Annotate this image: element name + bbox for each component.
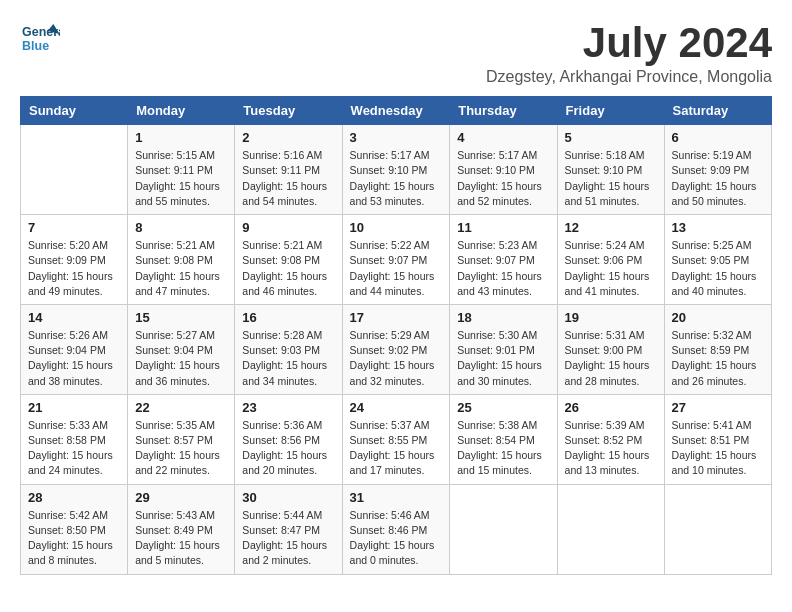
day-info: Sunrise: 5:19 AM Sunset: 9:09 PM Dayligh…: [672, 148, 764, 209]
calendar-cell: 28Sunrise: 5:42 AM Sunset: 8:50 PM Dayli…: [21, 484, 128, 574]
day-number: 26: [565, 400, 657, 415]
calendar-week-3: 14Sunrise: 5:26 AM Sunset: 9:04 PM Dayli…: [21, 304, 772, 394]
day-info: Sunrise: 5:38 AM Sunset: 8:54 PM Dayligh…: [457, 418, 549, 479]
calendar-table: Sunday Monday Tuesday Wednesday Thursday…: [20, 96, 772, 574]
calendar-cell: 4Sunrise: 5:17 AM Sunset: 9:10 PM Daylig…: [450, 125, 557, 215]
day-info: Sunrise: 5:21 AM Sunset: 9:08 PM Dayligh…: [242, 238, 334, 299]
day-info: Sunrise: 5:22 AM Sunset: 9:07 PM Dayligh…: [350, 238, 443, 299]
calendar-cell: 13Sunrise: 5:25 AM Sunset: 9:05 PM Dayli…: [664, 215, 771, 305]
calendar-cell: 21Sunrise: 5:33 AM Sunset: 8:58 PM Dayli…: [21, 394, 128, 484]
header-tuesday: Tuesday: [235, 97, 342, 125]
day-number: 9: [242, 220, 334, 235]
calendar-cell: 31Sunrise: 5:46 AM Sunset: 8:46 PM Dayli…: [342, 484, 450, 574]
day-info: Sunrise: 5:15 AM Sunset: 9:11 PM Dayligh…: [135, 148, 227, 209]
day-number: 22: [135, 400, 227, 415]
calendar-cell: 22Sunrise: 5:35 AM Sunset: 8:57 PM Dayli…: [128, 394, 235, 484]
day-info: Sunrise: 5:24 AM Sunset: 9:06 PM Dayligh…: [565, 238, 657, 299]
calendar-cell: 20Sunrise: 5:32 AM Sunset: 8:59 PM Dayli…: [664, 304, 771, 394]
calendar-week-4: 21Sunrise: 5:33 AM Sunset: 8:58 PM Dayli…: [21, 394, 772, 484]
calendar-cell: 12Sunrise: 5:24 AM Sunset: 9:06 PM Dayli…: [557, 215, 664, 305]
day-number: 7: [28, 220, 120, 235]
day-info: Sunrise: 5:23 AM Sunset: 9:07 PM Dayligh…: [457, 238, 549, 299]
day-info: Sunrise: 5:28 AM Sunset: 9:03 PM Dayligh…: [242, 328, 334, 389]
day-info: Sunrise: 5:44 AM Sunset: 8:47 PM Dayligh…: [242, 508, 334, 569]
day-number: 5: [565, 130, 657, 145]
day-number: 29: [135, 490, 227, 505]
calendar-week-1: 1Sunrise: 5:15 AM Sunset: 9:11 PM Daylig…: [21, 125, 772, 215]
day-number: 30: [242, 490, 334, 505]
logo-icon: General Blue: [20, 20, 60, 55]
calendar-cell: 14Sunrise: 5:26 AM Sunset: 9:04 PM Dayli…: [21, 304, 128, 394]
calendar-cell: 18Sunrise: 5:30 AM Sunset: 9:01 PM Dayli…: [450, 304, 557, 394]
day-number: 6: [672, 130, 764, 145]
day-info: Sunrise: 5:35 AM Sunset: 8:57 PM Dayligh…: [135, 418, 227, 479]
calendar-cell: 17Sunrise: 5:29 AM Sunset: 9:02 PM Dayli…: [342, 304, 450, 394]
logo: General Blue: [20, 20, 60, 55]
day-number: 10: [350, 220, 443, 235]
calendar-cell: 3Sunrise: 5:17 AM Sunset: 9:10 PM Daylig…: [342, 125, 450, 215]
day-number: 18: [457, 310, 549, 325]
day-info: Sunrise: 5:20 AM Sunset: 9:09 PM Dayligh…: [28, 238, 120, 299]
calendar-cell: 7Sunrise: 5:20 AM Sunset: 9:09 PM Daylig…: [21, 215, 128, 305]
day-info: Sunrise: 5:21 AM Sunset: 9:08 PM Dayligh…: [135, 238, 227, 299]
calendar-cell: 19Sunrise: 5:31 AM Sunset: 9:00 PM Dayli…: [557, 304, 664, 394]
calendar-cell: 29Sunrise: 5:43 AM Sunset: 8:49 PM Dayli…: [128, 484, 235, 574]
day-info: Sunrise: 5:33 AM Sunset: 8:58 PM Dayligh…: [28, 418, 120, 479]
day-number: 17: [350, 310, 443, 325]
day-info: Sunrise: 5:43 AM Sunset: 8:49 PM Dayligh…: [135, 508, 227, 569]
day-number: 24: [350, 400, 443, 415]
day-number: 23: [242, 400, 334, 415]
day-info: Sunrise: 5:26 AM Sunset: 9:04 PM Dayligh…: [28, 328, 120, 389]
title-block: July 2024 Dzegstey, Arkhangai Province, …: [486, 20, 772, 86]
day-info: Sunrise: 5:29 AM Sunset: 9:02 PM Dayligh…: [350, 328, 443, 389]
header-saturday: Saturday: [664, 97, 771, 125]
day-number: 2: [242, 130, 334, 145]
day-number: 15: [135, 310, 227, 325]
day-number: 31: [350, 490, 443, 505]
day-info: Sunrise: 5:31 AM Sunset: 9:00 PM Dayligh…: [565, 328, 657, 389]
calendar-cell: 8Sunrise: 5:21 AM Sunset: 9:08 PM Daylig…: [128, 215, 235, 305]
calendar-cell: 24Sunrise: 5:37 AM Sunset: 8:55 PM Dayli…: [342, 394, 450, 484]
calendar-cell: 15Sunrise: 5:27 AM Sunset: 9:04 PM Dayli…: [128, 304, 235, 394]
day-info: Sunrise: 5:46 AM Sunset: 8:46 PM Dayligh…: [350, 508, 443, 569]
location-subtitle: Dzegstey, Arkhangai Province, Mongolia: [486, 68, 772, 86]
calendar-week-5: 28Sunrise: 5:42 AM Sunset: 8:50 PM Dayli…: [21, 484, 772, 574]
svg-text:Blue: Blue: [22, 39, 49, 53]
day-number: 3: [350, 130, 443, 145]
day-number: 27: [672, 400, 764, 415]
day-info: Sunrise: 5:41 AM Sunset: 8:51 PM Dayligh…: [672, 418, 764, 479]
day-number: 16: [242, 310, 334, 325]
day-number: 21: [28, 400, 120, 415]
calendar-cell: [21, 125, 128, 215]
day-number: 25: [457, 400, 549, 415]
day-info: Sunrise: 5:37 AM Sunset: 8:55 PM Dayligh…: [350, 418, 443, 479]
day-number: 14: [28, 310, 120, 325]
calendar-cell: 27Sunrise: 5:41 AM Sunset: 8:51 PM Dayli…: [664, 394, 771, 484]
calendar-cell: 6Sunrise: 5:19 AM Sunset: 9:09 PM Daylig…: [664, 125, 771, 215]
calendar-cell: [557, 484, 664, 574]
calendar-cell: 1Sunrise: 5:15 AM Sunset: 9:11 PM Daylig…: [128, 125, 235, 215]
day-number: 1: [135, 130, 227, 145]
day-info: Sunrise: 5:18 AM Sunset: 9:10 PM Dayligh…: [565, 148, 657, 209]
day-info: Sunrise: 5:32 AM Sunset: 8:59 PM Dayligh…: [672, 328, 764, 389]
calendar-cell: [450, 484, 557, 574]
day-info: Sunrise: 5:30 AM Sunset: 9:01 PM Dayligh…: [457, 328, 549, 389]
day-number: 4: [457, 130, 549, 145]
calendar-cell: 16Sunrise: 5:28 AM Sunset: 9:03 PM Dayli…: [235, 304, 342, 394]
header-row: Sunday Monday Tuesday Wednesday Thursday…: [21, 97, 772, 125]
day-info: Sunrise: 5:39 AM Sunset: 8:52 PM Dayligh…: [565, 418, 657, 479]
day-number: 13: [672, 220, 764, 235]
day-number: 8: [135, 220, 227, 235]
header-wednesday: Wednesday: [342, 97, 450, 125]
calendar-cell: 10Sunrise: 5:22 AM Sunset: 9:07 PM Dayli…: [342, 215, 450, 305]
day-info: Sunrise: 5:17 AM Sunset: 9:10 PM Dayligh…: [457, 148, 549, 209]
day-info: Sunrise: 5:27 AM Sunset: 9:04 PM Dayligh…: [135, 328, 227, 389]
header-friday: Friday: [557, 97, 664, 125]
calendar-cell: 11Sunrise: 5:23 AM Sunset: 9:07 PM Dayli…: [450, 215, 557, 305]
header-thursday: Thursday: [450, 97, 557, 125]
day-info: Sunrise: 5:36 AM Sunset: 8:56 PM Dayligh…: [242, 418, 334, 479]
day-number: 11: [457, 220, 549, 235]
header-monday: Monday: [128, 97, 235, 125]
page-header: General Blue July 2024 Dzegstey, Arkhang…: [20, 20, 772, 86]
day-number: 28: [28, 490, 120, 505]
